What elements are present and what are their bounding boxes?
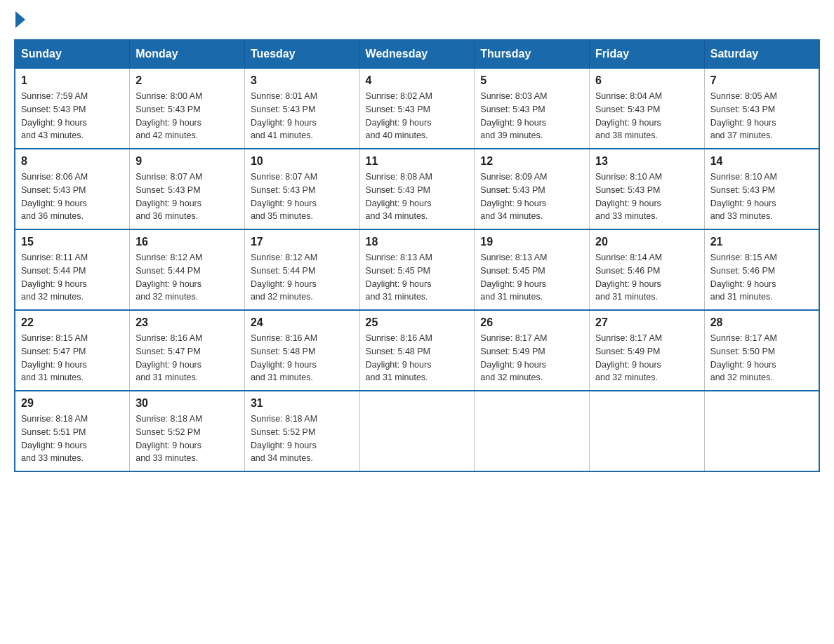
day-info: Sunrise: 8:16 AM Sunset: 5:47 PM Dayligh… bbox=[135, 332, 239, 384]
calendar-cell bbox=[590, 391, 705, 471]
calendar-cell: 24 Sunrise: 8:16 AM Sunset: 5:48 PM Dayl… bbox=[244, 310, 359, 391]
weekday-header-tuesday: Tuesday bbox=[244, 40, 359, 68]
calendar-cell: 29 Sunrise: 8:18 AM Sunset: 5:51 PM Dayl… bbox=[15, 391, 130, 471]
calendar-week-4: 22 Sunrise: 8:15 AM Sunset: 5:47 PM Dayl… bbox=[15, 310, 819, 391]
calendar-cell: 27 Sunrise: 8:17 AM Sunset: 5:49 PM Dayl… bbox=[590, 310, 705, 391]
day-info: Sunrise: 8:03 AM Sunset: 5:43 PM Dayligh… bbox=[480, 90, 583, 142]
calendar-cell: 15 Sunrise: 8:11 AM Sunset: 5:44 PM Dayl… bbox=[15, 229, 130, 310]
calendar-cell: 8 Sunrise: 8:06 AM Sunset: 5:43 PM Dayli… bbox=[15, 149, 130, 229]
weekday-header-saturday: Saturday bbox=[704, 40, 819, 68]
calendar-cell: 3 Sunrise: 8:01 AM Sunset: 5:43 PM Dayli… bbox=[244, 68, 359, 149]
day-number: 7 bbox=[710, 74, 813, 87]
calendar-cell bbox=[475, 391, 590, 471]
day-info: Sunrise: 8:16 AM Sunset: 5:48 PM Dayligh… bbox=[251, 332, 354, 384]
calendar-cell: 11 Sunrise: 8:08 AM Sunset: 5:43 PM Dayl… bbox=[359, 149, 475, 229]
day-info: Sunrise: 8:00 AM Sunset: 5:43 PM Dayligh… bbox=[135, 90, 239, 142]
day-number: 10 bbox=[251, 155, 354, 168]
weekday-header-row: SundayMondayTuesdayWednesdayThursdayFrid… bbox=[15, 40, 819, 68]
day-info: Sunrise: 8:15 AM Sunset: 5:47 PM Dayligh… bbox=[21, 332, 124, 384]
day-number: 1 bbox=[21, 74, 124, 87]
day-info: Sunrise: 8:13 AM Sunset: 5:45 PM Dayligh… bbox=[480, 251, 583, 304]
day-number: 3 bbox=[251, 74, 354, 87]
day-info: Sunrise: 8:05 AM Sunset: 5:43 PM Dayligh… bbox=[710, 90, 813, 142]
day-info: Sunrise: 8:18 AM Sunset: 5:52 PM Dayligh… bbox=[251, 412, 354, 465]
day-number: 28 bbox=[710, 316, 813, 329]
calendar-cell: 31 Sunrise: 8:18 AM Sunset: 5:52 PM Dayl… bbox=[244, 391, 359, 471]
day-number: 12 bbox=[480, 155, 583, 168]
calendar-week-3: 15 Sunrise: 8:11 AM Sunset: 5:44 PM Dayl… bbox=[15, 229, 819, 310]
calendar-cell: 23 Sunrise: 8:16 AM Sunset: 5:47 PM Dayl… bbox=[130, 310, 245, 391]
logo-arrow-icon bbox=[15, 11, 25, 28]
calendar-cell: 6 Sunrise: 8:04 AM Sunset: 5:43 PM Dayli… bbox=[590, 68, 705, 149]
calendar-cell: 21 Sunrise: 8:15 AM Sunset: 5:46 PM Dayl… bbox=[704, 229, 819, 310]
calendar-week-1: 1 Sunrise: 7:59 AM Sunset: 5:43 PM Dayli… bbox=[15, 68, 819, 149]
day-info: Sunrise: 8:10 AM Sunset: 5:43 PM Dayligh… bbox=[710, 170, 813, 223]
day-info: Sunrise: 8:01 AM Sunset: 5:43 PM Dayligh… bbox=[251, 90, 354, 142]
day-info: Sunrise: 8:14 AM Sunset: 5:46 PM Dayligh… bbox=[595, 251, 699, 304]
calendar-cell: 13 Sunrise: 8:10 AM Sunset: 5:43 PM Dayl… bbox=[590, 149, 705, 229]
day-info: Sunrise: 8:12 AM Sunset: 5:44 PM Dayligh… bbox=[135, 251, 239, 304]
day-info: Sunrise: 8:15 AM Sunset: 5:46 PM Dayligh… bbox=[710, 251, 813, 304]
day-number: 17 bbox=[251, 236, 354, 248]
calendar-cell: 18 Sunrise: 8:13 AM Sunset: 5:45 PM Dayl… bbox=[359, 229, 475, 310]
day-number: 4 bbox=[366, 74, 469, 87]
calendar-cell: 16 Sunrise: 8:12 AM Sunset: 5:44 PM Dayl… bbox=[130, 229, 245, 310]
calendar-cell: 25 Sunrise: 8:16 AM Sunset: 5:48 PM Dayl… bbox=[359, 310, 475, 391]
day-number: 8 bbox=[21, 155, 124, 168]
day-number: 18 bbox=[366, 236, 469, 248]
calendar-week-5: 29 Sunrise: 8:18 AM Sunset: 5:51 PM Dayl… bbox=[15, 391, 819, 471]
day-number: 5 bbox=[480, 74, 583, 87]
calendar-cell: 20 Sunrise: 8:14 AM Sunset: 5:46 PM Dayl… bbox=[590, 229, 705, 310]
day-info: Sunrise: 8:12 AM Sunset: 5:44 PM Dayligh… bbox=[251, 251, 354, 304]
logo bbox=[14, 14, 25, 25]
day-info: Sunrise: 8:13 AM Sunset: 5:45 PM Dayligh… bbox=[366, 251, 469, 304]
day-number: 24 bbox=[251, 316, 354, 329]
weekday-header-friday: Friday bbox=[590, 40, 705, 68]
calendar-cell: 10 Sunrise: 8:07 AM Sunset: 5:43 PM Dayl… bbox=[244, 149, 359, 229]
day-info: Sunrise: 8:10 AM Sunset: 5:43 PM Dayligh… bbox=[595, 170, 699, 223]
weekday-header-monday: Monday bbox=[130, 40, 245, 68]
day-info: Sunrise: 8:18 AM Sunset: 5:51 PM Dayligh… bbox=[21, 412, 124, 465]
day-number: 29 bbox=[21, 397, 124, 410]
day-info: Sunrise: 8:17 AM Sunset: 5:49 PM Dayligh… bbox=[480, 332, 583, 384]
day-number: 13 bbox=[595, 155, 699, 168]
day-number: 6 bbox=[595, 74, 699, 87]
day-info: Sunrise: 8:09 AM Sunset: 5:43 PM Dayligh… bbox=[480, 170, 583, 223]
day-number: 2 bbox=[135, 74, 239, 87]
day-info: Sunrise: 8:07 AM Sunset: 5:43 PM Dayligh… bbox=[251, 170, 354, 223]
calendar-cell: 28 Sunrise: 8:17 AM Sunset: 5:50 PM Dayl… bbox=[704, 310, 819, 391]
day-number: 26 bbox=[480, 316, 583, 329]
day-number: 15 bbox=[21, 236, 124, 248]
page-header bbox=[14, 14, 820, 25]
day-info: Sunrise: 8:06 AM Sunset: 5:43 PM Dayligh… bbox=[21, 170, 124, 223]
calendar-cell: 4 Sunrise: 8:02 AM Sunset: 5:43 PM Dayli… bbox=[359, 68, 475, 149]
day-number: 23 bbox=[135, 316, 239, 329]
calendar-cell: 30 Sunrise: 8:18 AM Sunset: 5:52 PM Dayl… bbox=[130, 391, 245, 471]
calendar-cell: 9 Sunrise: 8:07 AM Sunset: 5:43 PM Dayli… bbox=[130, 149, 245, 229]
day-info: Sunrise: 8:17 AM Sunset: 5:49 PM Dayligh… bbox=[595, 332, 699, 384]
day-number: 30 bbox=[135, 397, 239, 410]
day-number: 19 bbox=[480, 236, 583, 248]
day-info: Sunrise: 8:04 AM Sunset: 5:43 PM Dayligh… bbox=[595, 90, 699, 142]
day-info: Sunrise: 8:17 AM Sunset: 5:50 PM Dayligh… bbox=[710, 332, 813, 384]
day-number: 25 bbox=[366, 316, 469, 329]
day-info: Sunrise: 8:07 AM Sunset: 5:43 PM Dayligh… bbox=[135, 170, 239, 223]
day-number: 9 bbox=[135, 155, 239, 168]
calendar-cell: 7 Sunrise: 8:05 AM Sunset: 5:43 PM Dayli… bbox=[704, 68, 819, 149]
day-number: 14 bbox=[710, 155, 813, 168]
day-info: Sunrise: 8:02 AM Sunset: 5:43 PM Dayligh… bbox=[366, 90, 469, 142]
calendar-cell bbox=[359, 391, 475, 471]
day-number: 22 bbox=[21, 316, 124, 329]
day-number: 11 bbox=[366, 155, 469, 168]
weekday-header-sunday: Sunday bbox=[15, 40, 130, 68]
day-number: 31 bbox=[251, 397, 354, 410]
day-info: Sunrise: 8:11 AM Sunset: 5:44 PM Dayligh… bbox=[21, 251, 124, 304]
calendar-cell: 5 Sunrise: 8:03 AM Sunset: 5:43 PM Dayli… bbox=[475, 68, 590, 149]
weekday-header-thursday: Thursday bbox=[475, 40, 590, 68]
calendar-cell: 12 Sunrise: 8:09 AM Sunset: 5:43 PM Dayl… bbox=[475, 149, 590, 229]
day-info: Sunrise: 7:59 AM Sunset: 5:43 PM Dayligh… bbox=[21, 90, 124, 142]
day-number: 16 bbox=[135, 236, 239, 248]
calendar-cell: 14 Sunrise: 8:10 AM Sunset: 5:43 PM Dayl… bbox=[704, 149, 819, 229]
weekday-header-wednesday: Wednesday bbox=[359, 40, 475, 68]
calendar-table: SundayMondayTuesdayWednesdayThursdayFrid… bbox=[14, 39, 820, 472]
